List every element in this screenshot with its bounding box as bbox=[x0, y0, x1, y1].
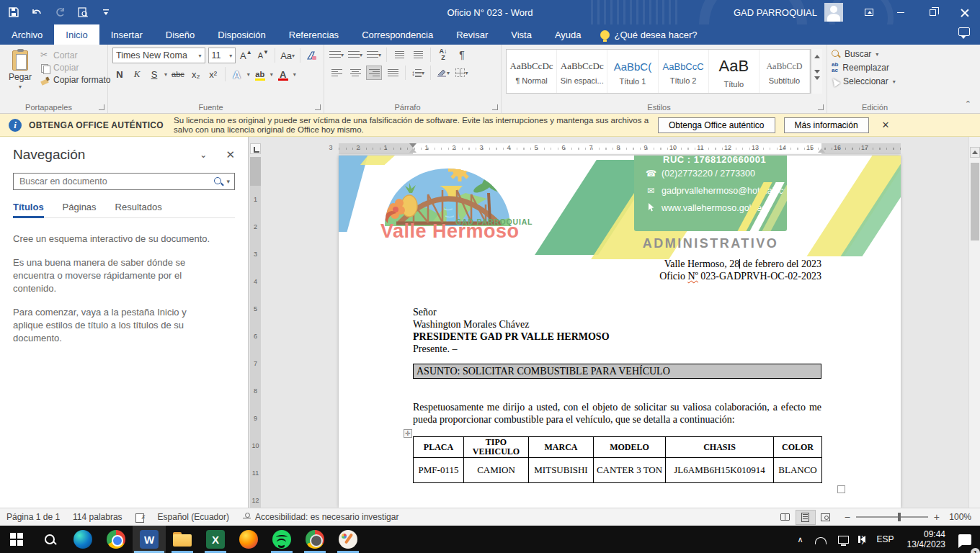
show-marks-button[interactable]: ¶ bbox=[454, 48, 470, 62]
taskbar-file-explorer[interactable] bbox=[166, 526, 199, 553]
style-title[interactable]: AaBTítulo bbox=[709, 50, 760, 93]
align-center-button[interactable] bbox=[347, 66, 363, 80]
more-info-button[interactable]: Más información bbox=[784, 117, 869, 133]
tab-inicio[interactable]: Inicio bbox=[54, 24, 99, 45]
close-button[interactable] bbox=[948, 0, 980, 24]
font-size-combo[interactable]: 11▾ bbox=[208, 48, 236, 63]
horizontal-ruler[interactable]: 321 1234567891011121314151617 bbox=[261, 143, 968, 154]
taskbar-firefox[interactable] bbox=[232, 526, 265, 553]
read-mode-button[interactable] bbox=[775, 510, 796, 525]
notification-center-button[interactable]: 1 bbox=[954, 526, 976, 553]
paste-button[interactable]: Pegar ▾ bbox=[4, 48, 36, 100]
tab-revisar[interactable]: Revisar bbox=[445, 24, 499, 45]
shrink-font-button[interactable]: A▼ bbox=[256, 48, 270, 63]
ribbon-display-options-button[interactable] bbox=[853, 0, 885, 24]
tab-diseno[interactable]: Diseño bbox=[154, 24, 206, 45]
change-case-button[interactable]: Aa▾ bbox=[280, 48, 295, 63]
document-search-box[interactable]: ▾ bbox=[13, 173, 235, 190]
taskbar-chrome-app[interactable] bbox=[298, 526, 331, 553]
superscript-button[interactable]: x² bbox=[206, 67, 220, 81]
tab-correspondencia[interactable]: Correspondencia bbox=[350, 24, 445, 45]
align-left-button[interactable] bbox=[329, 66, 344, 80]
styles-more-button[interactable] bbox=[811, 78, 822, 94]
increase-indent-button[interactable] bbox=[410, 48, 426, 62]
tray-clock[interactable]: 09:44 13/4/2023 bbox=[901, 529, 951, 549]
right-indent-marker[interactable] bbox=[818, 148, 825, 153]
tell-me-box[interactable]: ¿Qué desea hacer? bbox=[593, 24, 705, 45]
dialog-launcher-icon[interactable] bbox=[818, 104, 824, 110]
align-right-button[interactable] bbox=[366, 66, 382, 80]
tab-referencias[interactable]: Referencias bbox=[277, 24, 350, 45]
zoom-slider[interactable] bbox=[856, 516, 928, 518]
text-effects-button[interactable]: A bbox=[230, 67, 244, 81]
tray-network-icon[interactable] bbox=[834, 526, 853, 553]
zoom-out-icon[interactable]: − bbox=[845, 511, 850, 523]
styles-scroll-up[interactable] bbox=[811, 49, 822, 64]
search-icon[interactable] bbox=[214, 177, 223, 186]
style-subtitle[interactable]: AaBbCcDSubtítulo bbox=[760, 50, 810, 93]
avatar[interactable] bbox=[824, 3, 843, 22]
tab-insertar[interactable]: Insertar bbox=[99, 24, 154, 45]
tray-volume-icon[interactable] bbox=[856, 526, 870, 553]
tray-onedrive-icon[interactable] bbox=[811, 526, 831, 553]
dialog-launcher-icon[interactable] bbox=[315, 104, 321, 110]
decrease-indent-button[interactable] bbox=[391, 48, 407, 62]
taskbar-excel[interactable]: X bbox=[199, 526, 232, 553]
style-heading2[interactable]: AaBbCcCTítulo 2 bbox=[659, 50, 709, 93]
sort-button[interactable]: A↓Z bbox=[435, 48, 451, 62]
taskbar-paint[interactable] bbox=[331, 526, 365, 553]
proofing-status[interactable] bbox=[129, 513, 151, 522]
tab-vista[interactable]: Vista bbox=[499, 24, 543, 45]
nav-pane-chevron-icon[interactable]: ⌄ bbox=[200, 150, 207, 160]
tray-expand-icon[interactable]: ∧ bbox=[793, 526, 808, 553]
multilevel-list-button[interactable]: ▾ bbox=[366, 48, 382, 62]
minimize-button[interactable] bbox=[885, 0, 917, 24]
style-normal[interactable]: AaBbCcDc¶ Normal bbox=[507, 50, 557, 93]
justify-button[interactable] bbox=[385, 66, 401, 80]
taskbar-spotify[interactable] bbox=[265, 526, 298, 553]
print-preview-icon[interactable] bbox=[76, 6, 89, 19]
web-layout-button[interactable] bbox=[816, 510, 836, 525]
bold-button[interactable]: N bbox=[112, 67, 127, 81]
zoom-level[interactable]: 100% bbox=[945, 512, 971, 522]
tab-archivo[interactable]: Archivo bbox=[0, 24, 54, 45]
shading-button[interactable]: ▾ bbox=[435, 66, 451, 80]
strikethrough-button[interactable]: abc bbox=[170, 67, 186, 81]
italic-button[interactable]: K bbox=[130, 67, 144, 81]
save-icon[interactable] bbox=[7, 6, 20, 19]
vehicle-table[interactable]: PLACA TIPO VEHICULO MARCA MODELO CHASIS … bbox=[413, 436, 822, 483]
bullets-button[interactable]: ▾ bbox=[329, 48, 344, 62]
account-menu[interactable]: GAD PARROQUIAL bbox=[734, 3, 843, 22]
document-page[interactable]: Valle Hermoso GAD PARROQUIAL RUC : 17681… bbox=[339, 156, 901, 508]
vertical-ruler[interactable]: 123456789101112 bbox=[250, 157, 261, 508]
font-name-combo[interactable]: Times New Roma▾ bbox=[112, 48, 205, 63]
chevron-down-icon[interactable]: ▾ bbox=[226, 178, 230, 185]
underline-button[interactable]: S bbox=[147, 67, 161, 81]
search-input[interactable] bbox=[14, 176, 214, 186]
taskbar-edge[interactable] bbox=[66, 526, 99, 553]
font-color-button[interactable]: A bbox=[276, 67, 290, 81]
tab-selector-icon[interactable] bbox=[250, 143, 261, 154]
restore-button[interactable] bbox=[917, 0, 948, 24]
first-line-indent-marker[interactable] bbox=[409, 143, 416, 148]
tray-language[interactable]: ESP bbox=[873, 526, 899, 553]
tab-ayuda[interactable]: Ayuda bbox=[543, 24, 593, 45]
line-spacing-button[interactable]: ↕▾ bbox=[410, 66, 426, 80]
table-resize-handle[interactable] bbox=[837, 485, 845, 493]
dialog-launcher-icon[interactable] bbox=[99, 104, 104, 110]
select-button[interactable]: Seleccionar▾ bbox=[832, 76, 918, 86]
nav-tab-resultados[interactable]: Resultados bbox=[115, 202, 162, 212]
cut-button[interactable]: Cortar bbox=[40, 50, 110, 60]
print-layout-button[interactable] bbox=[796, 510, 816, 525]
numbering-button[interactable]: ▾ bbox=[347, 48, 363, 62]
copy-button[interactable]: Copiar bbox=[40, 63, 110, 73]
customize-qat-icon[interactable] bbox=[99, 6, 112, 19]
style-heading1[interactable]: AaBbC(Título 1 bbox=[607, 50, 658, 93]
language-indicator[interactable]: Español (Ecuador) bbox=[151, 512, 236, 522]
table-move-handle[interactable]: ✛ bbox=[404, 429, 412, 438]
hanging-indent-marker[interactable] bbox=[409, 148, 416, 153]
taskbar-word[interactable]: W bbox=[133, 526, 166, 553]
taskbar-chrome[interactable] bbox=[99, 526, 133, 553]
vertical-scrollbar[interactable] bbox=[968, 137, 980, 508]
redo-icon[interactable] bbox=[53, 6, 66, 19]
